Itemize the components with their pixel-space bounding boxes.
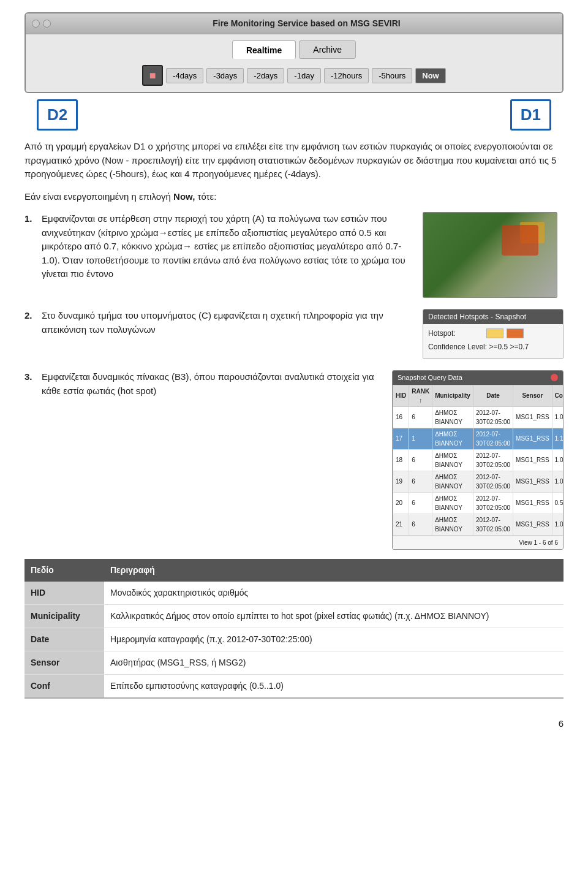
minimize-button[interactable] bbox=[32, 20, 40, 28]
fields-thead: Πεδίο Περιγραφή bbox=[24, 559, 564, 582]
fields-table: Πεδίο Περιγραφή HIDΜοναδικός χαρακτηριστ… bbox=[24, 559, 564, 699]
col-conf: Conf bbox=[552, 385, 564, 406]
snapshot-tbody: 166ΔΗΜΟΣ ΒΙΑΝΝΟΥ2012-07-30T02:05:00MSG1_… bbox=[393, 406, 564, 535]
now-intro-text: Εάν είναι ενεργοποιημένη η επιλογή Now, … bbox=[24, 191, 216, 202]
table-row: 171ΔΗΜΟΣ ΒΙΑΝΝΟΥ2012-07-30T02:05:00MSG1_… bbox=[393, 428, 564, 449]
window-buttons bbox=[32, 20, 51, 28]
snapshot-table: HID RANK ↑ Municipality Date Sensor Conf… bbox=[393, 385, 564, 536]
field-desc-cell: Επίπεδο εμπιστοσύνης καταγραφής (0.5..1.… bbox=[104, 674, 564, 698]
item2-image: Detected Hotspots - Snapshot Hotspot: Co… bbox=[423, 309, 564, 359]
field-name-cell: Conf bbox=[24, 674, 104, 698]
time-minus2days[interactable]: -2days bbox=[247, 68, 284, 83]
confidence-label: Confidence Level: >=0.5 >=0.7 bbox=[428, 341, 529, 352]
time-minus4days[interactable]: -4days bbox=[166, 68, 203, 83]
table-row: ConfΕπίπεδο εμπιστοσύνης καταγραφής (0.5… bbox=[24, 674, 564, 698]
snapshot-query-box: Snapshot Query Data HID RANK ↑ Municipal… bbox=[392, 370, 564, 550]
item1-image bbox=[423, 212, 564, 298]
item3-text: Εμφανίζεται δυναμικός πίνακας (Β3), όπου… bbox=[42, 370, 380, 398]
snapshot-title: Snapshot Query Data bbox=[393, 371, 563, 385]
d2-label: D2 bbox=[37, 99, 78, 131]
snapshot-table-box: Snapshot Query Data HID RANK ↑ Municipal… bbox=[392, 370, 564, 550]
fields-tbody: HIDΜοναδικός χαρακτηριστικός αριθμόςMuni… bbox=[24, 582, 564, 698]
field-desc-cell: Ημερομηνία καταγραφής (π.χ. 2012-07-30T0… bbox=[104, 628, 564, 651]
col-municipality: Municipality bbox=[432, 385, 473, 406]
hotspot-title: Detected Hotspots - Snapshot bbox=[423, 309, 563, 324]
snapshot-close-button[interactable] bbox=[551, 374, 558, 381]
item1-content: Εμφανίζονται σε υπέρθεση στην περιοχή το… bbox=[42, 213, 405, 279]
snapshot-title-text: Snapshot Query Data bbox=[398, 373, 462, 383]
app-body: Realtime Archive ■ -4days -3days -2days … bbox=[26, 34, 562, 92]
item3-number: 3. bbox=[24, 370, 36, 384]
list-item-2: 2. Στο δυναμικό τμήμα του υπομνήματος (C… bbox=[24, 309, 564, 359]
table-row: DateΗμερομηνία καταγραφής (π.χ. 2012-07-… bbox=[24, 628, 564, 651]
fields-header-row: Πεδίο Περιγραφή bbox=[24, 559, 564, 582]
list-item-1: 1. Εμφανίζονται σε υπέρθεση στην περιοχή… bbox=[24, 212, 564, 298]
time-minus3days[interactable]: -3days bbox=[206, 68, 244, 83]
page-number: 6 bbox=[24, 717, 564, 731]
item2-number: 2. bbox=[24, 309, 36, 323]
field-desc-cell: Μοναδικός χαρακτηριστικός αριθμός bbox=[104, 582, 564, 605]
hotspot-snapshot-box: Detected Hotspots - Snapshot Hotspot: Co… bbox=[423, 309, 564, 359]
main-content: Από τη γραμμή εργαλείων D1 ο χρήστης μπο… bbox=[24, 140, 564, 699]
table-row: 196ΔΗΜΟΣ ΒΙΑΝΝΟΥ2012-07-30T02:05:00MSG1_… bbox=[393, 471, 564, 492]
tab-realtime[interactable]: Realtime bbox=[232, 40, 296, 59]
field-name-cell: Municipality bbox=[24, 604, 104, 628]
item2-text: Στο δυναμικό τμήμα του υπομνήματος (C) ε… bbox=[42, 309, 417, 336]
col-rank: RANK ↑ bbox=[409, 385, 432, 406]
snapshot-header-row: HID RANK ↑ Municipality Date Sensor Conf bbox=[393, 385, 564, 406]
fire-zone-red bbox=[502, 225, 538, 256]
table-row: 186ΔΗΜΟΣ ΒΙΑΝΝΟΥ2012-07-30T02:05:00MSG1_… bbox=[393, 449, 564, 471]
table-row: HIDΜοναδικός χαρακτηριστικός αριθμός bbox=[24, 582, 564, 605]
app-titlebar: Fire Monitoring Service based on MSG SEV… bbox=[26, 13, 562, 34]
time-minus1day[interactable]: -1day bbox=[287, 68, 321, 83]
field-name-cell: HID bbox=[24, 582, 104, 605]
item3-content: 3. Εμφανίζεται δυναμικός πίνακας (Β3), ό… bbox=[24, 370, 380, 398]
now-intro: Εάν είναι ενεργοποιημένη η επιλογή Now, … bbox=[24, 190, 564, 204]
table-row: 206ΔΗΜΟΣ ΒΙΑΝΝΟΥ2012-07-30T02:05:00MSG1_… bbox=[393, 492, 564, 514]
swatch-yellow bbox=[486, 328, 503, 338]
map-icon: ■ bbox=[149, 67, 156, 84]
time-minus5hours[interactable]: -5hours bbox=[372, 68, 412, 83]
table-row: 166ΔΗΜΟΣ ΒΙΑΝΝΟΥ2012-07-30T02:05:00MSG1_… bbox=[393, 406, 564, 428]
hotspot-label: Hotspot: bbox=[428, 328, 483, 339]
snapshot-footer: View 1 - 6 of 6 bbox=[393, 536, 563, 549]
satellite-image bbox=[423, 212, 557, 298]
field-name-cell: Date bbox=[24, 628, 104, 651]
time-toolbar: ■ -4days -3days -2days -1day -12hours -5… bbox=[35, 65, 553, 86]
item1-text: Εμφανίζονται σε υπέρθεση στην περιοχή το… bbox=[42, 212, 417, 281]
list-item-3: 3. Εμφανίζεται δυναμικός πίνακας (Β3), ό… bbox=[24, 370, 380, 398]
table-row: MunicipalityΚαλλικρατικός Δήμος στον οπο… bbox=[24, 604, 564, 628]
list-item-3-row: 3. Εμφανίζεται δυναμικός πίνακας (Β3), ό… bbox=[24, 370, 564, 550]
field-col-header: Πεδίο bbox=[24, 559, 104, 582]
col-sensor: Sensor bbox=[513, 385, 552, 406]
d-labels: D2 D1 bbox=[24, 99, 564, 131]
table-row: SensorΑισθητήρας (MSG1_RSS, ή MSG2) bbox=[24, 651, 564, 674]
app-window: Fire Monitoring Service based on MSG SEV… bbox=[24, 12, 564, 93]
confidence-row: Confidence Level: >=0.5 >=0.7 bbox=[428, 341, 558, 352]
main-paragraph: Από τη γραμμή εργαλείων D1 ο χρήστης μπο… bbox=[24, 140, 564, 181]
table-row: 216ΔΗΜΟΣ ΒΙΑΝΝΟΥ2012-07-30T02:05:00MSG1_… bbox=[393, 514, 564, 535]
swatch-orange bbox=[507, 328, 524, 338]
d1-label: D1 bbox=[510, 99, 551, 131]
col-hid: HID bbox=[393, 385, 409, 406]
field-name-cell: Sensor bbox=[24, 651, 104, 674]
app-title: Fire Monitoring Service based on MSG SEV… bbox=[57, 17, 556, 30]
field-desc-cell: Αισθητήρας (MSG1_RSS, ή MSG2) bbox=[104, 651, 564, 674]
snapshot-thead: HID RANK ↑ Municipality Date Sensor Conf bbox=[393, 385, 564, 406]
tab-archive[interactable]: Archive bbox=[299, 40, 356, 59]
item1-number: 1. bbox=[24, 212, 36, 226]
app-tabs: Realtime Archive bbox=[35, 40, 553, 59]
time-minus12hours[interactable]: -12hours bbox=[324, 68, 369, 83]
col-date: Date bbox=[473, 385, 513, 406]
map-icon-button[interactable]: ■ bbox=[142, 65, 163, 86]
field-desc-cell: Καλλικρατικός Δήμος στον οποίο εμπίπτει … bbox=[104, 604, 564, 628]
hotspot-row: Hotspot: bbox=[428, 328, 558, 339]
desc-col-header: Περιγραφή bbox=[104, 559, 564, 582]
maximize-button[interactable] bbox=[43, 20, 51, 28]
time-now[interactable]: Now bbox=[415, 68, 445, 83]
hotspot-body: Hotspot: Confidence Level: >=0.5 >=0.7 bbox=[423, 324, 563, 359]
